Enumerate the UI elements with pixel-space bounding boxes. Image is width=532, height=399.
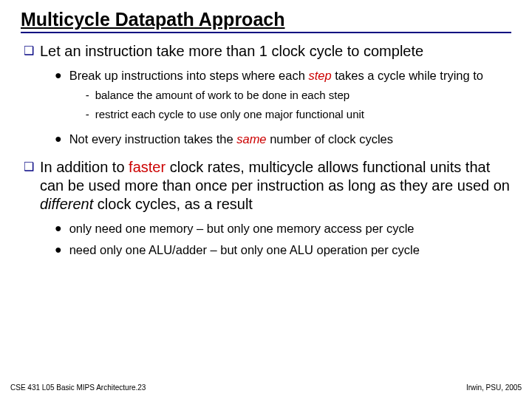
bullet-text: need only one ALU/adder – but only one A… <box>69 242 420 258</box>
dash-bullet-icon: - <box>86 107 89 122</box>
slide-footer: CSE 431 L05 Basic MIPS Architecture.23 I… <box>10 383 522 392</box>
disc-bullet-icon: ● <box>55 69 62 126</box>
sub-bullet-list: ● Break up instructions into steps where… <box>24 68 511 148</box>
bullet-text: restrict each cycle to use only one majo… <box>95 107 364 122</box>
italic-text: different <box>40 196 93 212</box>
bullet-level2: ● need only one ALU/adder – but only one… <box>55 242 511 258</box>
accent-text: faster <box>129 159 166 175</box>
bullet-level3: - balance the amount of work to be done … <box>86 88 483 103</box>
bullet-text: Let an instruction take more than 1 cloc… <box>40 42 423 61</box>
bullet-level1: ❑ Let an instruction take more than 1 cl… <box>24 42 511 61</box>
bullet-text: Not every instruction takes the same num… <box>69 132 393 147</box>
bullet-level3: - restrict each cycle to use only one ma… <box>86 107 483 122</box>
bullet-text: only need one memory – but only one memo… <box>69 221 415 236</box>
bullet-text: balance the amount of work to be done in… <box>95 88 349 103</box>
accent-text: same <box>236 132 266 146</box>
footer-left: CSE 431 L05 Basic MIPS Architecture.23 <box>10 383 146 392</box>
bullet-level2: ● only need one memory – but only one me… <box>55 221 511 236</box>
slide-content: ❑ Let an instruction take more than 1 cl… <box>21 42 511 259</box>
dash-bullet-icon: - <box>86 88 89 103</box>
dash-list: - balance the amount of work to be done … <box>69 88 483 121</box>
sub-bullet-list: ● only need one memory – but only one me… <box>24 221 511 259</box>
square-bullet-icon: ❑ <box>24 44 34 61</box>
bullet-text: Break up instructions into steps where e… <box>69 68 483 126</box>
footer-right: Irwin, PSU, 2005 <box>466 383 522 392</box>
bullet-level1: ❑ In addition to faster clock rates, mul… <box>24 158 511 214</box>
bullet-level2: ● Break up instructions into steps where… <box>55 68 511 126</box>
slide-title: Multicycle Datapath Approach <box>21 9 511 33</box>
bullet-level2: ● Not every instruction takes the same n… <box>55 132 511 147</box>
disc-bullet-icon: ● <box>55 222 62 236</box>
disc-bullet-icon: ● <box>55 243 62 258</box>
bullet-text: In addition to faster clock rates, multi… <box>40 158 511 214</box>
square-bullet-icon: ❑ <box>24 160 34 214</box>
disc-bullet-icon: ● <box>55 132 62 147</box>
accent-text: step <box>308 69 331 82</box>
